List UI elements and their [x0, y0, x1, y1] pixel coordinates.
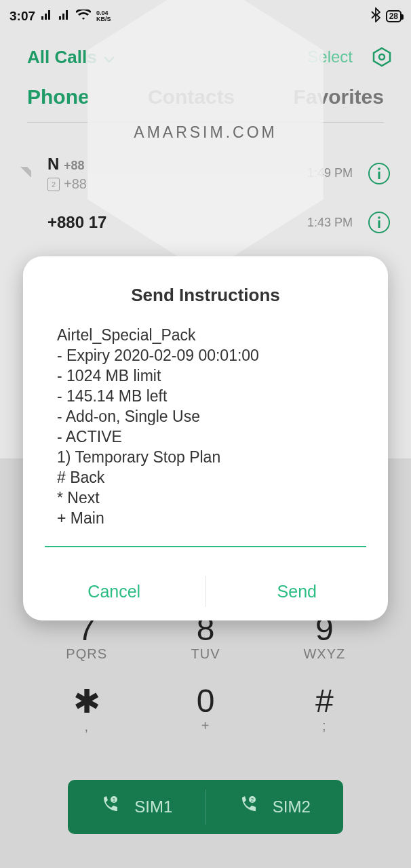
dialog-body: Airtel_Special_Pack - Expiry 2020-02-09 …	[23, 325, 388, 546]
dialog-line: - 1024 MB limit	[57, 366, 354, 386]
tab-phone[interactable]: Phone	[27, 85, 90, 108]
call-number: N +88	[47, 155, 307, 174]
tab-contacts[interactable]: Contacts	[148, 85, 235, 108]
key-label: ;	[265, 718, 384, 734]
calls-filter-label: All Calls	[27, 47, 97, 68]
dialog-actions: Cancel Send	[23, 562, 388, 620]
settings-icon[interactable]	[372, 47, 392, 67]
calls-filter-dropdown[interactable]: All Calls	[27, 47, 115, 68]
dialog-line: 1) Temporary Stop Plan	[57, 447, 354, 467]
select-button[interactable]: Select	[307, 47, 353, 66]
svg-text:2: 2	[251, 797, 254, 803]
dialog-input-underline[interactable]	[45, 546, 366, 547]
dialog-line: - ACTIVE	[57, 427, 354, 447]
phone-icon: 1	[100, 795, 119, 818]
cancel-button[interactable]: Cancel	[23, 562, 206, 620]
app-header: All Calls Select	[0, 38, 411, 76]
call-time: 1:49 PM	[307, 166, 353, 180]
call-row[interactable]: N +88 2 +88 1:49 PM	[0, 145, 411, 201]
info-icon[interactable]	[368, 211, 391, 234]
key-digit: ✱	[27, 682, 146, 720]
key-label: ,	[27, 719, 146, 734]
call-number: +880 17	[47, 213, 307, 232]
sim1-label: SIM1	[134, 797, 172, 816]
key-digit: 0	[146, 682, 265, 719]
header-actions: Select	[307, 47, 392, 67]
sim2-call-button[interactable]: 2 SIM2	[206, 780, 344, 834]
key-star[interactable]: ✱,	[27, 682, 146, 734]
sim2-label: SIM2	[273, 797, 311, 816]
phone-icon: 2	[239, 795, 258, 818]
call-body: +880 17	[34, 213, 307, 232]
call-row[interactable]: +880 17 1:43 PM	[0, 201, 411, 243]
signal-2-icon	[58, 9, 71, 24]
call-number-text: N	[47, 155, 59, 173]
battery-level: 28	[389, 12, 398, 21]
clock: 3:07	[9, 9, 35, 24]
dialog-title: Send Instructions	[23, 256, 388, 325]
dialog-line: * Next	[57, 488, 354, 508]
svg-rect-3	[378, 172, 380, 179]
dialog-line: - Add-on, Single Use	[57, 406, 354, 427]
key-label: PQRS	[27, 646, 146, 662]
key-label: TUV	[146, 646, 265, 662]
call-subline: 2 +88	[47, 176, 307, 192]
wifi-icon	[76, 9, 91, 24]
tag-icon	[19, 165, 34, 182]
svg-point-2	[378, 167, 380, 170]
call-list: N +88 2 +88 1:49 PM +880 17 1:43 PM	[0, 145, 411, 243]
dialog-line: + Main	[57, 508, 354, 528]
info-icon[interactable]	[368, 162, 391, 185]
ussd-dialog: Send Instructions Airtel_Special_Pack - …	[23, 256, 388, 620]
call-time: 1:43 PM	[307, 216, 353, 230]
dialog-line: # Back	[57, 467, 354, 488]
signal-1-icon	[41, 9, 53, 24]
screen: 3:07 0.04 KB/S 28 All Calls	[0, 0, 411, 868]
dialpad-row: ✱, 0+ #;	[27, 682, 384, 734]
status-right: 28	[371, 7, 402, 26]
dialog-line: - 145.14 MB left	[57, 386, 354, 406]
net-speed-unit: KB/S	[96, 16, 111, 22]
svg-rect-6	[378, 220, 380, 228]
main-tabs: Phone Contacts Favorites	[27, 85, 384, 123]
chevron-down-icon	[104, 47, 115, 68]
sim-call-bar: 1 SIM1 2 SIM2	[68, 780, 343, 834]
key-label: WXYZ	[265, 646, 384, 662]
dialpad: 7PQRS 8TUV 9WXYZ ✱, 0+ #;	[27, 610, 384, 734]
tab-favorites[interactable]: Favorites	[294, 85, 384, 108]
call-sub2: +88	[64, 176, 87, 192]
net-speed: 0.04 KB/S	[96, 10, 111, 22]
dialog-line: Airtel_Special_Pack	[57, 325, 354, 345]
call-sub1: +88	[64, 159, 85, 172]
sim1-call-button[interactable]: 1 SIM1	[68, 780, 206, 834]
bluetooth-icon	[371, 7, 380, 26]
key-hash[interactable]: #;	[265, 682, 384, 734]
call-body: N +88 2 +88	[34, 155, 307, 192]
send-button[interactable]: Send	[206, 562, 389, 620]
sim-badge-icon: 2	[47, 178, 60, 191]
status-left: 3:07 0.04 KB/S	[9, 9, 111, 24]
key-digit: #	[265, 682, 384, 719]
battery-indicator: 28	[386, 10, 402, 22]
svg-point-0	[379, 54, 385, 60]
status-bar: 3:07 0.04 KB/S 28	[0, 0, 411, 33]
svg-text:1: 1	[113, 797, 116, 803]
dialog-line: - Expiry 2020-02-09 00:01:00	[57, 345, 354, 366]
key-0[interactable]: 0+	[146, 682, 265, 734]
key-label: +	[146, 718, 265, 734]
svg-point-5	[378, 216, 380, 219]
